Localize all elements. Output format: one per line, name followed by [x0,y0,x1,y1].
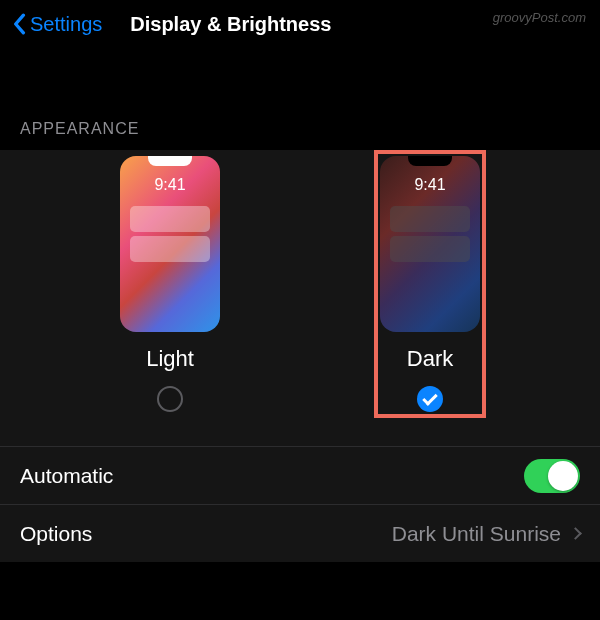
back-button[interactable]: Settings [12,13,102,36]
notch-icon [408,156,452,166]
radio-light[interactable] [157,386,183,412]
back-label: Settings [30,13,102,36]
option-label-dark: Dark [407,346,453,372]
options-row[interactable]: Options Dark Until Sunrise [0,504,600,562]
checkmark-icon [422,390,438,406]
appearance-section-header: APPEARANCE [0,48,600,150]
automatic-row: Automatic [0,446,600,504]
radio-dark[interactable] [417,386,443,412]
preview-dark: 9:41 [380,156,480,332]
preview-time: 9:41 [120,176,220,194]
options-value: Dark Until Sunrise [392,522,561,546]
appearance-option-light[interactable]: 9:41 Light [114,150,226,418]
preview-light: 9:41 [120,156,220,332]
widget-placeholder [390,206,470,232]
watermark-text: groovyPost.com [493,10,586,25]
chevron-left-icon [12,13,26,35]
page-title: Display & Brightness [130,13,331,36]
option-label-light: Light [146,346,194,372]
options-label: Options [20,522,92,546]
notch-icon [148,156,192,166]
toggle-knob [548,461,578,491]
widget-placeholder [130,236,210,262]
chevron-right-icon [569,527,582,540]
preview-time: 9:41 [380,176,480,194]
automatic-toggle[interactable] [524,459,580,493]
widget-placeholder [390,236,470,262]
appearance-options: 9:41 Light 9:41 Dark [0,150,600,446]
options-value-container: Dark Until Sunrise [392,522,580,546]
automatic-label: Automatic [20,464,113,488]
appearance-option-dark[interactable]: 9:41 Dark [374,150,486,418]
widget-placeholder [130,206,210,232]
